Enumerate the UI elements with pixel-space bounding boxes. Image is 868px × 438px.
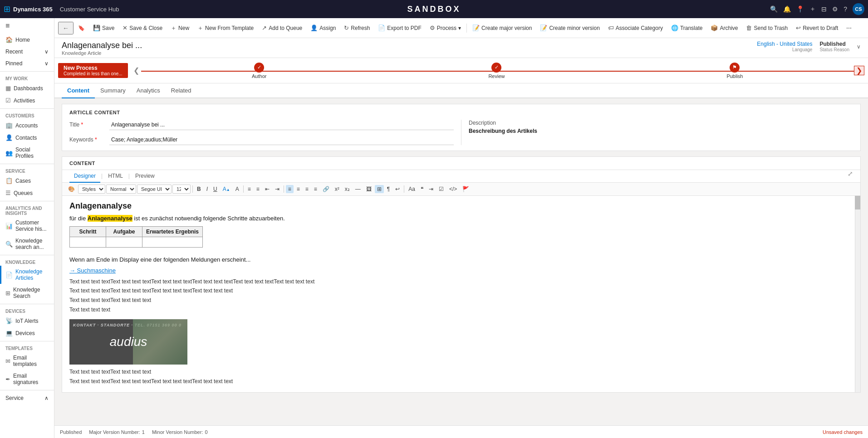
sidebar-bottom-service[interactable]: Service ∧ [0, 392, 54, 404]
sidebar-item-email-signatures[interactable]: ✒ Email signatures [0, 370, 54, 388]
description-value[interactable]: Beschreibung des Artikels [469, 128, 853, 134]
location-icon[interactable]: 📍 [796, 5, 804, 13]
flag-button[interactable]: 🚩 [460, 185, 471, 193]
hamburger-button[interactable]: ≡ [0, 18, 54, 34]
back-button[interactable]: ← [58, 22, 74, 34]
sidebar-item-iot-alerts[interactable]: 📡 IoT Alerts [0, 315, 54, 327]
align-left-button[interactable]: ≡ [286, 185, 294, 193]
process-stage-publish[interactable]: ⚑ Publish [726, 63, 743, 79]
export-pdf-button[interactable]: 📄 Export to PDF [374, 23, 425, 33]
editor-scrollbar[interactable] [855, 196, 860, 392]
image-button[interactable]: 🖼 [364, 185, 374, 193]
block-quote-button[interactable]: ❝ [418, 185, 426, 193]
more-button[interactable]: ⋯ [843, 23, 855, 33]
create-minor-button[interactable]: 📝 Create minor version [536, 23, 603, 33]
align-justify-button[interactable]: ≡ [312, 185, 319, 193]
list-ul-button[interactable]: ≡ [245, 185, 253, 193]
search-icon[interactable]: 🔍 [770, 5, 778, 13]
sidebar-item-knowledge-articles[interactable]: 📄 Knowledge Articles [0, 266, 54, 284]
tab-summary[interactable]: Summary [95, 83, 131, 98]
tab-content[interactable]: Content [62, 83, 95, 98]
link-button[interactable]: 🔗 [320, 185, 332, 193]
sidebar-item-queues[interactable]: ☰ Queues [0, 187, 54, 199]
language-link[interactable]: English - United States [757, 41, 812, 47]
bookmark-button[interactable]: 🔖 [74, 23, 88, 33]
sidebar-toggle-pinned[interactable]: Pinned ∨ [0, 58, 54, 69]
indent3-button[interactable]: ⇥ [427, 185, 436, 193]
align-center-button[interactable]: ≡ [294, 185, 302, 193]
sidebar-item-email-templates[interactable]: ✉ Email templates [0, 352, 54, 370]
format2-button[interactable]: Aa [406, 185, 417, 193]
tab-related[interactable]: Related [166, 83, 197, 98]
suchmaschine-link[interactable]: → Suchmaschine [69, 267, 116, 274]
format-select[interactable]: Normal [106, 185, 136, 194]
indent-more-button[interactable]: ⇥ [273, 185, 282, 193]
plus-icon[interactable]: ＋ [809, 5, 816, 13]
new-from-template-button[interactable]: ＋ New From Template [194, 22, 257, 34]
add-to-queue-button[interactable]: ↗ Add to Queue [258, 23, 306, 33]
sidebar-item-cs-history[interactable]: 📊 Customer Service his... [0, 217, 54, 235]
editor-tab-html[interactable]: HTML [103, 170, 128, 183]
checkbox-tb-button[interactable]: ☑ [436, 185, 446, 193]
bell-icon[interactable]: 🔔 [783, 5, 791, 13]
sidebar-item-accounts[interactable]: 🏢 Accounts [0, 119, 54, 131]
sidebar-item-knowledge-search-an[interactable]: 🔍 Knowledge search an... [0, 235, 54, 253]
font-color-button[interactable]: A [233, 185, 241, 193]
sidebar-toggle-recent[interactable]: Recent ∨ [0, 46, 54, 58]
title-value[interactable]: Anlagenanalyse bei ... [109, 120, 454, 130]
new-button[interactable]: ＋ New [167, 22, 193, 34]
sidebar-item-activities[interactable]: ☑ Activities [0, 94, 54, 107]
table-button[interactable]: ⊞ [375, 185, 384, 193]
associate-category-button[interactable]: 🏷 Associate Category [604, 23, 667, 33]
paint-bucket-button[interactable]: 🎨 [66, 185, 77, 193]
assign-button[interactable]: 👤 Assign [307, 23, 339, 33]
editor-tab-designer[interactable]: Designer [69, 170, 100, 183]
create-major-button[interactable]: 📝 Create major version [469, 23, 535, 33]
undo-button[interactable]: ↩ [393, 185, 402, 193]
sidebar-item-contacts[interactable]: 👤 Contacts [0, 131, 54, 144]
underline-button[interactable]: U [211, 185, 220, 193]
user-avatar[interactable]: CS [853, 3, 864, 15]
code-button[interactable]: </> [447, 185, 459, 193]
expand-icon[interactable]: ⤢ [848, 170, 853, 182]
list-ol-button[interactable]: ≡ [254, 185, 262, 193]
header-dropdown-chevron[interactable]: ∨ [857, 44, 861, 50]
sidebar-item-cases[interactable]: 📋 Cases [0, 175, 54, 187]
revert-draft-button[interactable]: ↩ Revert to Draft [792, 23, 842, 33]
styles-select[interactable]: Styles [78, 185, 105, 194]
save-button[interactable]: 💾 Save [89, 23, 118, 33]
process-left-chevron[interactable]: ❮ [132, 66, 141, 75]
translate-button[interactable]: 🌐 Translate [667, 23, 706, 33]
process-right-chevron[interactable]: ❯ [854, 66, 864, 75]
sidebar-item-devices[interactable]: 💻 Devices [0, 327, 54, 339]
sidebar-item-dashboards[interactable]: ▦ Dashboards [0, 82, 54, 94]
send-to-trash-button[interactable]: 🗑 Send to Trash [742, 23, 791, 33]
special-char-button[interactable]: ¶ [385, 185, 392, 193]
editor-body[interactable]: Anlagenanalyse für die Anlagenanalyse is… [62, 196, 860, 392]
archive-button[interactable]: 📦 Archive [707, 23, 741, 33]
font-select[interactable]: Segoe UI [137, 185, 172, 194]
sidebar-item-social-profiles[interactable]: 👥 Social Profiles [0, 144, 54, 162]
save-close-button[interactable]: ✕ Save & Close [119, 23, 166, 33]
keywords-value[interactable]: Case; Anlage;audius;Müller [109, 135, 454, 145]
sidebar-item-home[interactable]: 🏠 Home [0, 34, 54, 46]
sidebar-item-knowledge-search[interactable]: ⊞ Knowledge Search [0, 284, 54, 302]
help-icon[interactable]: ? [843, 5, 847, 13]
subscript-button[interactable]: x₂ [343, 185, 352, 193]
process-stage-review[interactable]: ✓ Review [488, 63, 505, 79]
align-right-button[interactable]: ≡ [303, 185, 311, 193]
highlight-button[interactable]: A▲ [221, 185, 232, 193]
process-button[interactable]: ⚙ Process ▾ [426, 23, 465, 33]
indent-less-button[interactable]: ⇤ [263, 185, 272, 193]
size-select[interactable]: 12 [172, 185, 191, 194]
editor-tab-preview[interactable]: Preview [131, 170, 159, 183]
filter-icon[interactable]: ⊟ [821, 5, 827, 13]
tab-analytics[interactable]: Analytics [131, 83, 166, 98]
process-stage-author[interactable]: ✓ Author [252, 63, 266, 79]
bold-button[interactable]: B [195, 185, 203, 193]
settings-icon[interactable]: ⚙ [832, 5, 838, 13]
superscript-button[interactable]: x² [333, 185, 342, 193]
separator-button[interactable]: — [353, 185, 363, 193]
refresh-button[interactable]: ↻ Refresh [340, 23, 373, 33]
italic-button[interactable]: I [204, 185, 210, 193]
